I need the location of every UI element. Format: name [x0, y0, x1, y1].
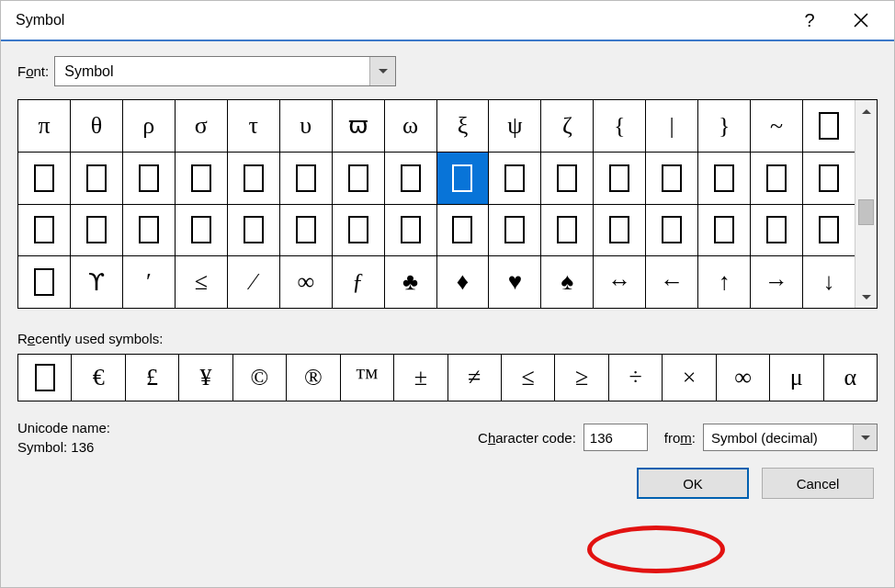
grid-cell[interactable]: [489, 205, 541, 256]
grid-cell[interactable]: |: [646, 100, 698, 152]
grid-cell[interactable]: [803, 100, 855, 152]
grid-cell[interactable]: →: [751, 256, 803, 308]
grid-cell[interactable]: [489, 153, 541, 204]
recent-cell[interactable]: ™: [341, 355, 394, 401]
grid-cell[interactable]: ∞: [280, 256, 333, 308]
titlebar: Symbol ?: [1, 1, 894, 41]
grid-cell[interactable]: [751, 153, 803, 204]
grid-cell[interactable]: [18, 153, 71, 204]
grid-cell[interactable]: [280, 205, 333, 256]
recent-cell[interactable]: ≥: [555, 355, 608, 401]
help-button[interactable]: ?: [784, 0, 835, 40]
grid-cell[interactable]: [71, 205, 123, 256]
empty-glyph-box: [34, 216, 54, 243]
recent-cell[interactable]: [18, 355, 72, 401]
from-select-dropdown[interactable]: [853, 424, 877, 450]
grid-cell[interactable]: ϒ: [71, 256, 123, 308]
grid-cell[interactable]: [385, 153, 437, 204]
grid-cell[interactable]: [333, 205, 385, 256]
grid-cell[interactable]: [594, 205, 646, 256]
grid-cell[interactable]: [18, 205, 71, 256]
grid-cell[interactable]: [541, 153, 594, 204]
character-code-input[interactable]: 136: [583, 424, 648, 451]
grid-cell[interactable]: ←: [646, 256, 698, 308]
grid-cell[interactable]: [541, 205, 594, 256]
recent-cell[interactable]: ∞: [717, 355, 770, 401]
cancel-button[interactable]: Cancel: [762, 468, 874, 499]
grid-cell[interactable]: }: [698, 100, 751, 152]
grid-cell[interactable]: ψ: [489, 100, 541, 152]
grid-cell[interactable]: ζ: [541, 100, 594, 152]
title-text: Symbol: [8, 12, 64, 28]
grid-cell[interactable]: π: [18, 100, 71, 152]
recent-cell[interactable]: ¥: [179, 355, 232, 401]
grid-cell[interactable]: [71, 153, 123, 204]
grid-cell[interactable]: ~: [751, 100, 803, 152]
grid-cell[interactable]: [385, 205, 437, 256]
grid-cell[interactable]: σ: [176, 100, 228, 152]
empty-glyph-box: [714, 164, 734, 192]
font-select[interactable]: Symbol: [54, 56, 396, 86]
recent-cell[interactable]: ©: [233, 355, 287, 401]
grid-cell[interactable]: ≤: [176, 256, 228, 308]
recent-cell[interactable]: ≠: [448, 355, 502, 401]
recent-cell[interactable]: €: [72, 355, 125, 401]
grid-cell[interactable]: ′: [123, 256, 176, 308]
recent-cell[interactable]: ±: [394, 355, 448, 401]
recent-cell[interactable]: ≤: [502, 355, 555, 401]
grid-cell[interactable]: ϖ: [333, 100, 385, 152]
grid-cell[interactable]: ƒ: [333, 256, 385, 308]
grid-cell[interactable]: [751, 205, 803, 256]
grid-cell[interactable]: [698, 153, 751, 204]
empty-glyph-box: [35, 364, 55, 391]
recent-cell[interactable]: ×: [663, 355, 716, 401]
from-select-value: Symbol (decimal): [704, 430, 853, 446]
grid-scrollbar[interactable]: [855, 100, 877, 308]
recent-cell[interactable]: ÷: [609, 355, 663, 401]
grid-cell[interactable]: ♦: [437, 256, 490, 308]
scroll-up-button[interactable]: [855, 100, 877, 122]
grid-cell[interactable]: τ: [228, 100, 280, 152]
grid-cell[interactable]: ♣: [385, 256, 437, 308]
grid-cell[interactable]: [803, 205, 855, 256]
grid-cell[interactable]: {: [594, 100, 646, 152]
recent-cell[interactable]: £: [126, 355, 179, 401]
grid-cell[interactable]: ↓: [803, 256, 855, 308]
scroll-down-button[interactable]: [855, 286, 877, 308]
from-select[interactable]: Symbol (decimal): [703, 424, 878, 451]
grid-cell[interactable]: [280, 153, 333, 204]
grid-cell[interactable]: [176, 153, 228, 204]
grid-cell[interactable]: [18, 256, 71, 308]
ok-button[interactable]: OK: [637, 468, 749, 499]
grid-cell[interactable]: υ: [280, 100, 333, 152]
empty-glyph-box: [504, 164, 525, 192]
grid-cell[interactable]: ⁄: [228, 256, 280, 308]
grid-cell[interactable]: [646, 153, 698, 204]
grid-cell[interactable]: [176, 205, 228, 256]
grid-cell[interactable]: ξ: [437, 100, 490, 152]
grid-cell[interactable]: [123, 153, 176, 204]
recent-cell[interactable]: ®: [287, 355, 340, 401]
grid-cell[interactable]: [228, 153, 280, 204]
grid-cell[interactable]: ρ: [123, 100, 176, 152]
grid-cell[interactable]: ↑: [698, 256, 751, 308]
font-select-dropdown[interactable]: [369, 57, 395, 85]
grid-cell[interactable]: [437, 153, 490, 204]
grid-cell[interactable]: [228, 205, 280, 256]
grid-cell[interactable]: ↔: [594, 256, 646, 308]
close-button[interactable]: [835, 0, 887, 40]
grid-cell[interactable]: [594, 153, 646, 204]
grid-cell[interactable]: [123, 205, 176, 256]
grid-cell[interactable]: [646, 205, 698, 256]
scroll-thumb[interactable]: [858, 199, 874, 225]
grid-cell[interactable]: [803, 153, 855, 204]
grid-cell[interactable]: [333, 153, 385, 204]
grid-cell[interactable]: [698, 205, 751, 256]
grid-cell[interactable]: ♥: [489, 256, 541, 308]
grid-cell[interactable]: ♠: [541, 256, 594, 308]
grid-cell[interactable]: [437, 205, 490, 256]
grid-cell[interactable]: ω: [385, 100, 437, 152]
grid-cell[interactable]: θ: [71, 100, 123, 152]
recent-cell[interactable]: μ: [770, 355, 823, 401]
recent-cell[interactable]: α: [824, 355, 877, 401]
